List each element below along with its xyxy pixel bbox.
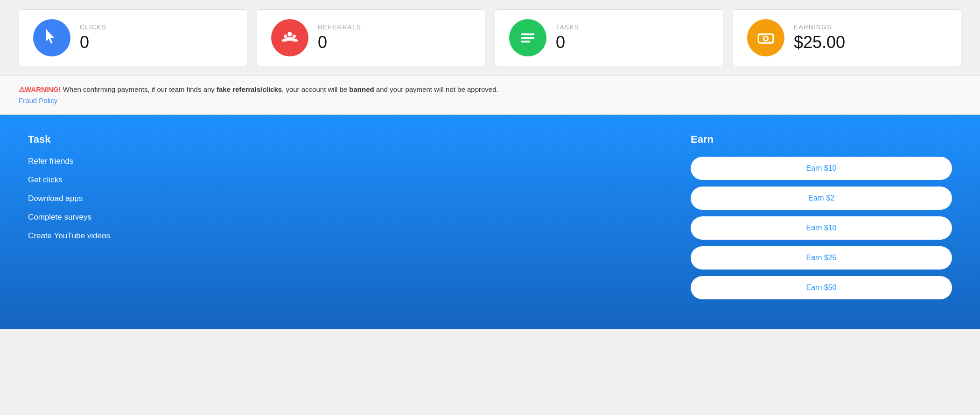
tasks-label: TASKS <box>556 23 579 31</box>
referrals-card: REFERRALS 0 <box>257 9 485 66</box>
referrals-label: REFERRALS <box>318 23 361 31</box>
earn-column-header: Earn <box>691 133 952 145</box>
earn-btn-4[interactable]: Earn $50 <box>691 276 952 299</box>
referrals-info: REFERRALS 0 <box>318 23 361 52</box>
task-column: Task Refer friends Get clicks Download a… <box>28 133 691 250</box>
blue-section-inner: Task Refer friends Get clicks Download a… <box>28 133 952 306</box>
earn-column: Earn Earn $10 Earn $2 Earn $10 Earn $25 … <box>691 133 952 306</box>
svg-rect-9 <box>769 42 770 43</box>
svg-rect-8 <box>762 34 763 35</box>
clicks-info: CLICKS 0 <box>80 23 106 52</box>
referrals-value: 0 <box>318 33 327 52</box>
earnings-card: EARNINGS $25.00 <box>733 9 961 66</box>
fraud-policy-link[interactable]: Fraud Policy <box>19 97 57 104</box>
warning-text-2: , your account will be <box>282 85 349 93</box>
svg-rect-5 <box>521 41 530 42</box>
earn-btn-2[interactable]: Earn $10 <box>691 216 952 240</box>
blue-section: Task Refer friends Get clicks Download a… <box>0 115 980 329</box>
clicks-value: 0 <box>80 33 89 52</box>
tasks-card: TASKS 0 <box>495 9 723 66</box>
earn-btn-1[interactable]: Earn $2 <box>691 187 952 210</box>
svg-rect-4 <box>521 37 535 39</box>
task-refer-friends: Refer friends <box>28 157 691 166</box>
svg-point-1 <box>284 35 287 38</box>
earnings-value: $25.00 <box>794 33 845 52</box>
cursor-icon <box>33 19 70 56</box>
svg-point-0 <box>287 32 292 36</box>
tasks-value: 0 <box>556 33 565 52</box>
warning-bold1: fake referrals/clicks <box>217 85 282 93</box>
svg-rect-6 <box>758 34 773 43</box>
warning-banner: ⚠WARNING! When confirming payments, if o… <box>0 76 980 115</box>
clicks-card: CLICKS 0 <box>19 9 247 66</box>
stats-row: CLICKS 0 REFERRALS 0 <box>0 0 980 76</box>
warning-prefix: ⚠WARNING! <box>19 85 61 93</box>
clicks-label: CLICKS <box>80 23 106 31</box>
svg-rect-3 <box>521 34 535 35</box>
svg-point-2 <box>293 35 296 38</box>
warning-text-1: When confirming payments, if our team fi… <box>61 85 217 93</box>
money-icon <box>747 19 784 56</box>
referrals-icon <box>271 19 308 56</box>
tasks-icon <box>509 19 546 56</box>
warning-text-3: and your payment will not be approved. <box>374 85 498 93</box>
warning-bold2: banned <box>349 85 374 93</box>
task-get-clicks: Get clicks <box>28 175 691 185</box>
earnings-info: EARNINGS $25.00 <box>794 23 845 52</box>
tasks-info: TASKS 0 <box>556 23 579 52</box>
task-youtube-videos: Create YouTube videos <box>28 231 691 241</box>
earn-btn-0[interactable]: Earn $10 <box>691 157 952 180</box>
earn-btn-3[interactable]: Earn $25 <box>691 246 952 270</box>
earnings-label: EARNINGS <box>794 23 832 31</box>
task-complete-surveys: Complete surveys <box>28 213 691 222</box>
warning-text: ⚠WARNING! When confirming payments, if o… <box>19 85 961 94</box>
task-column-header: Task <box>28 133 691 145</box>
task-download-apps: Download apps <box>28 194 691 203</box>
svg-point-7 <box>763 36 768 41</box>
